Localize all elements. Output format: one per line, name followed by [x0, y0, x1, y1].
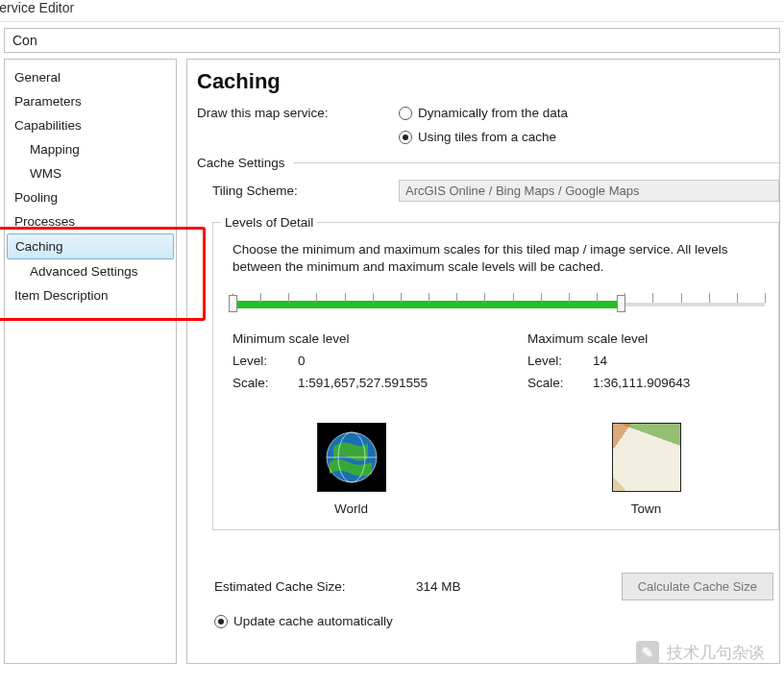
scale-slider[interactable]	[233, 289, 765, 320]
radio-tiles[interactable]: Using tiles from a cache	[399, 130, 568, 144]
radio-icon	[214, 615, 228, 628]
sidebar-item-item-description[interactable]: Item Description	[5, 283, 176, 307]
sidebar-item-pooling[interactable]: Pooling	[5, 185, 176, 209]
radio-tiles-label: Using tiles from a cache	[418, 130, 556, 144]
update-auto-label: Update cache automatically	[233, 614, 393, 628]
calculate-cache-button[interactable]: Calculate Cache Size	[622, 573, 773, 600]
radio-dynamic-label: Dynamically from the data	[418, 106, 568, 120]
level-label: Level:	[233, 354, 298, 368]
min-scale-value: 1:591,657,527.591555	[298, 376, 428, 390]
levels-of-detail-group: Levels of Detail Choose the minimum and …	[212, 215, 779, 530]
globe-icon	[324, 429, 380, 485]
slider-thumb-max[interactable]	[617, 295, 625, 312]
world-caption: World	[334, 502, 368, 516]
world-thumbnail	[317, 423, 386, 492]
radio-icon	[399, 131, 412, 144]
sidebar-item-caching[interactable]: Caching	[7, 233, 174, 259]
lod-description: Choose the minimum and maximum scales fo…	[233, 241, 765, 276]
estimated-size-value: 314 MB	[416, 579, 570, 594]
cache-settings-label: Cache Settings	[197, 156, 285, 170]
estimated-size-label: Estimated Cache Size:	[214, 579, 416, 594]
draw-service-label: Draw this map service:	[197, 106, 399, 120]
radio-dynamic[interactable]: Dynamically from the data	[399, 106, 568, 120]
tiling-scheme-select[interactable]: ArcGIS Online / Bing Maps / Google Maps	[399, 180, 779, 202]
scale-label: Scale:	[233, 376, 298, 390]
scale-label: Scale:	[527, 376, 593, 390]
sidebar-item-parameters[interactable]: Parameters	[5, 89, 176, 113]
min-scale-header: Minimum scale level	[233, 331, 470, 346]
town-thumbnail	[612, 423, 681, 492]
lod-legend: Levels of Detail	[221, 215, 317, 230]
radio-update-auto[interactable]: Update cache automatically	[214, 614, 773, 628]
sidebar: General Parameters Capabilities Mapping …	[4, 59, 177, 664]
sidebar-item-wms[interactable]: WMS	[5, 161, 176, 185]
slider-thumb-min[interactable]	[229, 295, 237, 312]
tiling-scheme-label: Tiling Scheme:	[212, 183, 399, 198]
page-title: Caching	[197, 69, 779, 94]
level-label: Level:	[527, 354, 593, 368]
divider	[293, 162, 779, 163]
sidebar-item-capabilities[interactable]: Capabilities	[5, 113, 176, 137]
content-panel: Caching Draw this map service: Dynamical…	[186, 59, 780, 664]
sidebar-item-mapping[interactable]: Mapping	[5, 137, 176, 161]
max-level-value: 14	[593, 354, 607, 368]
radio-icon	[399, 107, 412, 120]
sidebar-item-advanced-settings[interactable]: Advanced Settings	[5, 259, 176, 283]
town-caption: Town	[631, 502, 662, 516]
min-level-value: 0	[298, 354, 306, 368]
window-title: Service Editor	[0, 0, 784, 21]
max-scale-header: Maximum scale level	[527, 331, 765, 346]
connection-bar: Con	[4, 28, 780, 53]
max-scale-value: 1:36,111.909643	[593, 376, 690, 390]
sidebar-item-processes[interactable]: Processes	[5, 209, 176, 233]
sidebar-item-general[interactable]: General	[5, 65, 176, 89]
